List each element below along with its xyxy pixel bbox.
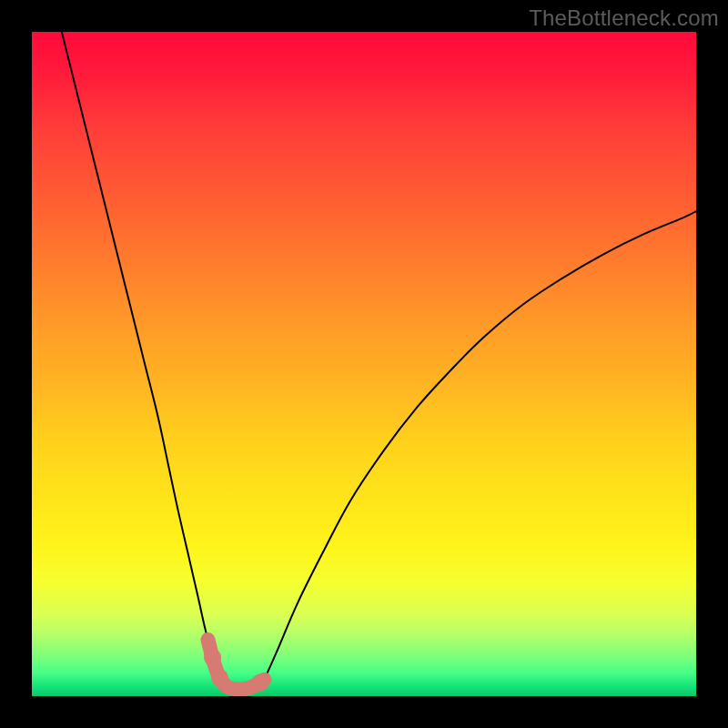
curve-left-branch [62, 32, 228, 687]
watermark-text: TheBottleneck.com [529, 5, 719, 31]
valley-highlight-dot [211, 670, 228, 687]
valley-highlight-dot [204, 649, 221, 666]
plot-area [32, 32, 696, 696]
chart-frame: TheBottleneck.com [0, 0, 728, 728]
valley-highlight-dot [252, 674, 269, 692]
chart-svg [32, 32, 696, 696]
curve-right-branch [265, 211, 697, 680]
